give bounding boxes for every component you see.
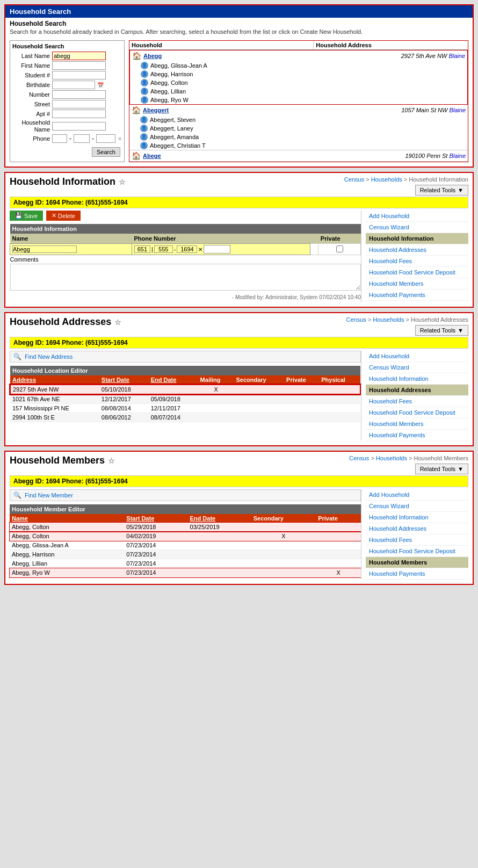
sidebar-item-add-household[interactable]: Add Household [366,351,468,362]
find-member-bar[interactable]: 🔍 Find New Member [10,489,361,501]
number-input[interactable] [52,90,106,99]
sidebar-item-census-wizard[interactable]: Census Wizard [366,501,468,512]
sidebar-item-household-fees[interactable]: Household Fees [366,256,468,267]
address-row-2[interactable]: 157 Mississippi Pl NE 08/08/2014 12/11/2… [10,404,360,413]
member-row-0[interactable]: Abegg, Colton 05/29/2018 03/25/2019 [10,523,361,532]
phone-ext-input[interactable] [204,245,230,254]
sidebar-item-household-food-service-deposit[interactable]: Household Food Service Deposit [366,267,468,278]
member-cell-private: X [316,568,361,577]
member-amanda[interactable]: 👤 Abeggert, Amanda [129,133,468,141]
household-abege[interactable]: 🏠 Abege 190100 Penn St Blaine [129,150,468,161]
related-tools-button-members[interactable]: Related Tools ▼ [415,464,468,474]
related-tools-button-info[interactable]: Related Tools ▼ [415,185,468,196]
household-name-input[interactable] [52,122,106,131]
member-colton[interactable]: 👤 Abegg, Colton [130,78,467,87]
sidebar-item-household-addresses[interactable]: Household Addresses [366,523,468,534]
member-row-3[interactable]: Abegg, Harrison 07/23/2014 [10,550,361,559]
sidebar-item-household-food-service-deposit[interactable]: Household Food Service Deposit [366,407,468,418]
addr-cell-physical [319,385,360,394]
sidebar-item-household-information[interactable]: Household Information [366,233,468,244]
sidebar-item-add-household[interactable]: Add Household [366,489,468,501]
member-christian[interactable]: 👤 Abeggert, Christian T [129,141,468,150]
household-name-abege[interactable]: Abege [143,153,161,159]
star-icon-addr[interactable]: ☆ [114,318,121,327]
phone-end-input[interactable] [177,245,197,253]
member-ryo[interactable]: 👤 Abegg, Ryo W [130,96,467,104]
phone-x-icon[interactable]: ✕ [118,136,122,142]
save-button-info[interactable]: 💾 Save [10,211,43,221]
address-row-0[interactable]: 2927 5th Ave NW 05/10/2018 X [10,385,360,394]
phone-sep1: | [151,246,153,252]
calendar-icon[interactable]: 📅 [97,82,104,88]
member-cell-end [188,550,251,559]
find-address-bar[interactable]: 🔍 Find New Address [10,351,361,363]
member-row-4[interactable]: Abegg, Lillian 07/23/2014 [10,559,361,568]
phone-dash1: - [69,135,71,142]
address-row-3[interactable]: 2994 100th St E 08/06/2012 08/07/2014 [10,413,360,422]
breadcrumb-census-addr[interactable]: Census [346,316,366,323]
sidebar-item-census-wizard[interactable]: Census Wizard [366,222,468,233]
phone-input-mid[interactable] [74,134,90,143]
household-name-abeggert[interactable]: Abeggert [143,107,169,113]
main-col-members: 🔍 Find New Member Household Member Edito… [10,489,361,580]
sidebar-item-household-payments[interactable]: Household Payments [366,430,468,441]
sidebar-item-household-food-service-deposit[interactable]: Household Food Service Deposit [366,546,468,557]
phone-area-input[interactable] [134,245,150,253]
sidebar-item-household-addresses[interactable]: Household Addresses [366,244,468,256]
student-num-input[interactable] [52,71,106,79]
sidebar-item-household-members[interactable]: Household Members [366,278,468,290]
member-glissa[interactable]: 👤 Abegg, Glissa-Jean A [130,61,467,70]
breadcrumb-census-members[interactable]: Census [349,455,369,461]
household-abeggert[interactable]: 🏠 Abeggert 1057 Main St NW Blaine [129,105,468,115]
sidebar-item-household-members[interactable]: Household Members [366,557,468,568]
th-phone: Phone Number [132,234,318,244]
member-steven[interactable]: 👤 Abeggert, Steven [129,115,468,124]
comments-cell: Comments [10,255,361,293]
breadcrumb-households-addr[interactable]: Households [373,316,404,323]
sidebar-item-household-members[interactable]: Household Members [366,418,468,430]
apt-input[interactable] [52,110,106,118]
sidebar-item-household-fees[interactable]: Household Fees [366,396,468,407]
phone-clear-icon[interactable]: ✕ [198,247,202,252]
member-lillian[interactable]: 👤 Abegg, Lillian [130,87,467,96]
last-name-input[interactable] [52,52,106,60]
related-tools-button-addr[interactable]: Related Tools ▼ [415,325,468,336]
sidebar-item-household-payments[interactable]: Household Payments [366,568,468,580]
street-label: Street [12,101,50,107]
sidebar-item-add-household[interactable]: Add Household [366,211,468,222]
member-cell-end [188,532,251,541]
private-checkbox[interactable] [336,245,343,252]
breadcrumb-census[interactable]: Census [344,176,364,183]
phone-input-area[interactable] [52,134,67,143]
member-row-5[interactable]: Abegg, Ryo W 07/23/2014 X [10,568,361,577]
household-abegg[interactable]: 🏠 Abegg 2927 5th Ave NW Blaine [130,50,467,61]
member-laney[interactable]: 👤 Abeggert, Laney [129,124,468,133]
search-button[interactable]: Search [92,147,120,157]
sidebar-item-household-payments[interactable]: Household Payments [366,290,468,301]
breadcrumb-households-members[interactable]: Households [376,455,407,461]
delete-button-info[interactable]: ✕ Delete [46,211,81,221]
first-name-input[interactable] [52,61,106,70]
member-harrison[interactable]: 👤 Abegg, Harrison [130,70,467,78]
sidebar-item-household-addresses[interactable]: Household Addresses [366,385,468,396]
member-cell-secondary [251,523,316,532]
birthdate-input[interactable] [52,81,95,89]
sidebar-item-household-information[interactable]: Household Information [366,373,468,385]
star-icon-info[interactable]: ☆ [119,178,126,186]
addr-cell-start: 08/06/2012 [99,413,149,422]
name-input[interactable] [12,245,77,253]
sidebar-item-census-wizard[interactable]: Census Wizard [366,362,468,373]
star-icon-members[interactable]: ☆ [108,457,115,465]
address-row-1[interactable]: 1021 67th Ave NE 12/12/2017 05/09/2018 [10,394,360,404]
phone-mid-input[interactable] [154,245,173,253]
phone-cell: | - ✕ [132,244,310,255]
sidebar-item-household-information[interactable]: Household Information [366,512,468,523]
member-row-2[interactable]: Abegg, Glissa-Jean A 07/23/2014 [10,541,361,550]
member-row-1[interactable]: Abegg, Colton 04/02/2019 X [10,532,361,541]
breadcrumb-households[interactable]: Households [371,176,402,183]
street-input[interactable] [52,100,106,108]
comments-textarea[interactable] [10,264,361,291]
phone-input-end[interactable] [96,134,115,143]
household-name-abegg[interactable]: Abegg [143,53,162,59]
sidebar-item-household-fees[interactable]: Household Fees [366,534,468,546]
